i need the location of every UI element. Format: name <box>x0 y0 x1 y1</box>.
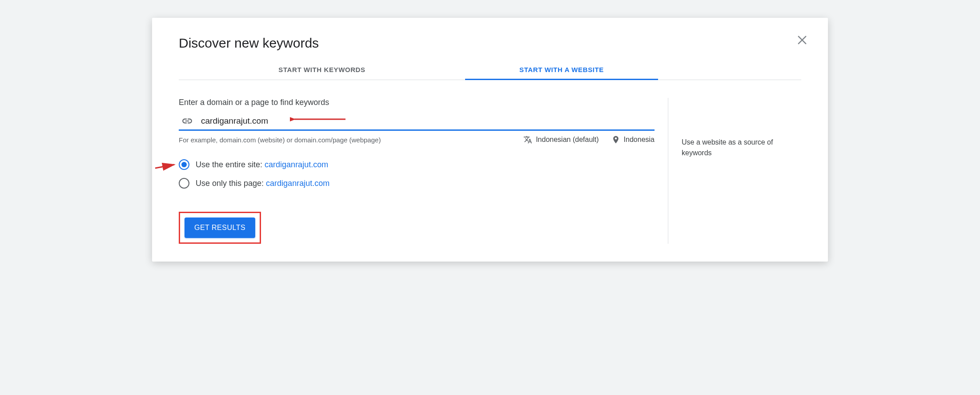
annotation-highlight-box: GET RESULTS <box>179 212 261 244</box>
location-selector[interactable]: Indonesia <box>611 135 655 144</box>
radio-label: Use only this page: cardiganrajut.com <box>196 179 329 188</box>
content-area: Enter a domain or a page to find keyword… <box>179 98 801 244</box>
tabs: START WITH KEYWORDS START WITH A WEBSITE <box>179 60 801 80</box>
tab-start-with-keywords[interactable]: START WITH KEYWORDS <box>179 60 465 80</box>
close-button[interactable] <box>796 34 808 46</box>
link-icon <box>181 115 193 127</box>
keyword-planner-card: Discover new keywords START WITH KEYWORD… <box>152 18 828 262</box>
hint-text: For example, domain.com (website) or dom… <box>179 136 511 144</box>
language-label: Indonesian (default) <box>536 136 598 144</box>
annotation-arrow <box>154 162 179 172</box>
page-title: Discover new keywords <box>179 36 801 51</box>
tab-start-with-website[interactable]: START WITH A WEBSITE <box>465 60 658 80</box>
get-results-button[interactable]: GET RESULTS <box>185 218 255 238</box>
translate-icon <box>523 135 532 144</box>
location-icon <box>611 135 620 144</box>
language-selector[interactable]: Indonesian (default) <box>523 135 598 144</box>
location-label: Indonesia <box>624 136 655 144</box>
radio-indicator <box>179 178 189 189</box>
scope-radio-group: Use the entire site: cardiganrajut.com <box>179 157 655 191</box>
form-column: Enter a domain or a page to find keyword… <box>179 98 668 244</box>
radio-indicator <box>179 159 189 170</box>
hint-row: For example, domain.com (website) or dom… <box>179 135 655 144</box>
url-input-row <box>179 113 655 131</box>
url-input[interactable] <box>201 114 655 128</box>
side-help-text: Use a website as a source of keywords <box>682 137 801 158</box>
side-column: Use a website as a source of keywords <box>668 98 801 244</box>
svg-line-3 <box>155 165 174 168</box>
url-field-label: Enter a domain or a page to find keyword… <box>179 98 655 107</box>
radio-label: Use the entire site: cardiganrajut.com <box>196 160 328 169</box>
radio-entire-site[interactable]: Use the entire site: cardiganrajut.com <box>179 157 655 173</box>
radio-only-this-page[interactable]: Use only this page: cardiganrajut.com <box>179 175 655 191</box>
